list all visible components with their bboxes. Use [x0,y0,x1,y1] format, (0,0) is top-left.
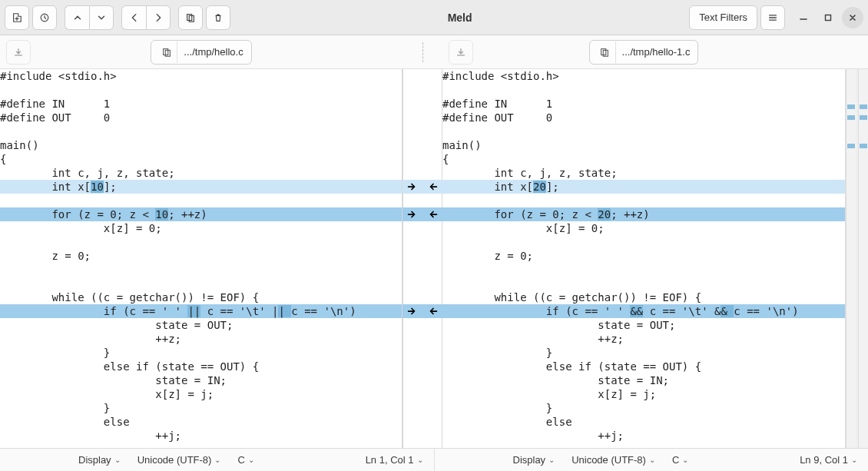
code-line: #define IN 1 [442,97,845,111]
push-right-button[interactable] [404,207,419,221]
lang-menu-left[interactable]: C⌄ [236,451,255,469]
close-button[interactable] [842,7,863,28]
code-line: main() [442,138,845,152]
file-pane-right: .../tmp/hello-1.c [442,35,845,68]
code-line: ++j; [0,429,403,443]
code-line [0,277,403,290]
prev-pane-button[interactable] [121,5,146,30]
status-left: Display⌄ Unicode (UTF-8)⌄ C⌄ Ln 1, Col 1… [0,449,435,471]
cursor-pos-right[interactable]: Ln 9, Col 1⌄ [798,451,859,469]
code-line: x[z] = j; [442,387,845,401]
file-pane-left: .../tmp/hello.c [0,35,403,68]
save-left-button[interactable] [6,40,31,65]
code-line: while ((c = getchar()) != EOF) { [442,290,845,304]
code-line: main() [0,138,403,152]
code-line: state = IN; [0,373,403,387]
code-line [0,83,403,97]
code-line: else if (state == OUT) { [442,360,845,373]
file-chooser-right[interactable]: .../tmp/hello-1.c [589,40,699,65]
file-separator [403,35,442,68]
link-gutter [403,69,442,448]
code-line: #include <stdio.h> [0,69,403,83]
code-line: if (c == ' ' || c == '\t' || c == '\n') [0,304,403,318]
encoding-menu-right[interactable]: Unicode (UTF-8)⌄ [570,451,657,469]
display-menu-left[interactable]: Display⌄ [77,451,122,469]
display-menu-right[interactable]: Display⌄ [512,451,557,469]
code-line: x[z] = j; [0,387,403,401]
file-row: .../tmp/hello.c .../tmp/hello-1.c [0,35,868,69]
code-line: ++j; [442,429,845,443]
push-left-button[interactable] [426,207,441,221]
code-line: state = OUT; [442,318,845,332]
copy-icon [595,41,616,63]
code-line: int c, j, z, state; [0,166,403,180]
next-pane-button[interactable] [146,5,171,30]
code-line: state = IN; [442,373,845,387]
code-line [442,277,845,290]
file-chooser-left[interactable]: .../tmp/hello.c [151,40,251,65]
nav-pane-group [121,5,171,30]
code-line: } [0,346,403,360]
minimize-button[interactable] [793,7,814,28]
file-path-left: .../tmp/hello.c [184,46,243,58]
code-line: } [442,346,845,360]
code-line: int c, j, z, state; [442,166,845,180]
prev-diff-button[interactable] [65,5,89,30]
code-line: else if (state == OUT) { [0,360,403,373]
save-right-button[interactable] [449,40,473,65]
push-left-button[interactable] [426,180,441,194]
push-right-button[interactable] [404,180,419,194]
history-button[interactable] [32,5,57,30]
code-line: x[z] = 0; [442,221,845,235]
code-line: z = 0; [442,249,845,263]
maximize-button[interactable] [817,7,839,28]
svg-rect-3 [826,15,831,20]
code-line: int x[20]; [442,180,845,194]
code-line [0,263,403,277]
status-bar: Display⌄ Unicode (UTF-8)⌄ C⌄ Ln 1, Col 1… [0,448,868,471]
code-line [442,124,845,138]
editor-left[interactable]: #include <stdio.h>#define IN 1#define OU… [0,69,403,448]
code-line: z = 0; [0,249,403,263]
delete-button[interactable] [206,5,230,30]
nav-diff-group [65,5,114,30]
file-path-right: .../tmp/hello-1.c [622,46,691,58]
code-line [0,235,403,249]
editor-right[interactable]: #include <stdio.h>#define IN 1#define OU… [442,69,845,448]
next-diff-button[interactable] [89,5,114,30]
code-line [442,194,845,207]
lang-menu-right[interactable]: C⌄ [671,451,690,469]
menu-button[interactable] [760,5,785,30]
code-line: #define IN 1 [0,97,403,111]
code-line: if (c == ' ' && c == '\t' && c == '\n') [442,304,845,318]
code-line [442,83,845,97]
text-filters-button[interactable]: Text Filters [689,5,757,30]
encoding-menu-left[interactable]: Unicode (UTF-8)⌄ [136,451,223,469]
code-line: while ((c = getchar()) != EOF) { [0,290,403,304]
code-line: for (z = 0; z < 20; ++z) [442,207,845,221]
code-line [442,263,845,277]
push-right-button[interactable] [404,304,419,318]
copy-icon [156,41,177,63]
code-line: #define OUT 0 [0,111,403,124]
cursor-pos-left[interactable]: Ln 1, Col 1⌄ [364,451,425,469]
status-right: Display⌄ Unicode (UTF-8)⌄ C⌄ Ln 9, Col 1… [435,449,869,471]
code-line: else [442,415,845,429]
code-line: #define OUT 0 [442,111,845,124]
push-left-button[interactable] [426,304,441,318]
code-line: else [0,415,403,429]
header-bar: Meld Text Filters [0,0,868,35]
copy-button[interactable] [178,5,203,30]
code-line: int x[10]; [0,180,403,194]
code-line: ++z; [442,332,845,346]
new-comparison-button[interactable] [5,5,29,30]
code-line [0,124,403,138]
code-line: for (z = 0; z < 10; ++z) [0,207,403,221]
code-line: } [442,401,845,415]
code-line: #include <stdio.h> [442,69,845,83]
diff-body: #include <stdio.h>#define IN 1#define OU… [0,69,868,448]
code-line: x[z] = 0; [0,221,403,235]
code-line: state = OUT; [0,318,403,332]
code-line: ++z; [0,332,403,346]
overview-map[interactable] [845,69,868,448]
